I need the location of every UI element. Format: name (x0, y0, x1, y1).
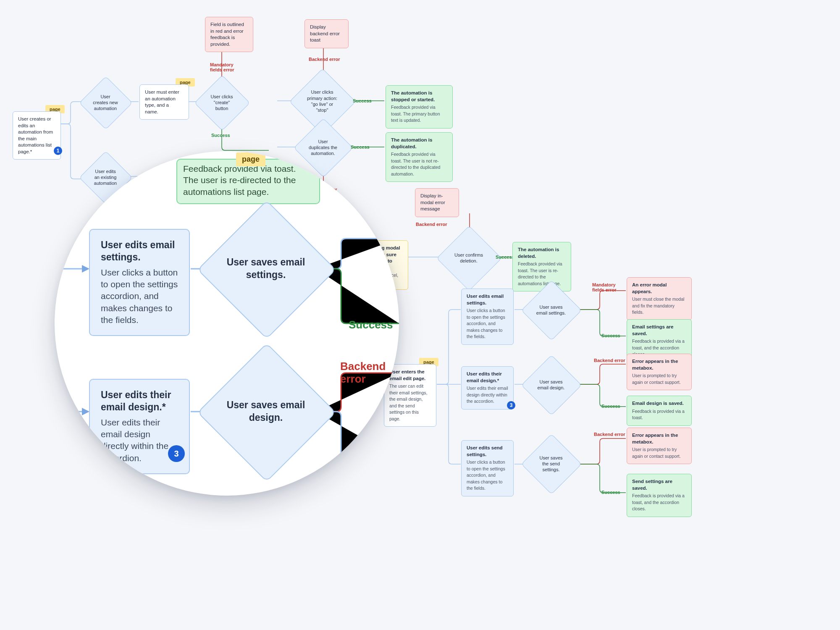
box-must-enter: User must enter an automation type, and … (139, 84, 189, 120)
sub: Feedback provided via toast. The primary… (391, 105, 440, 123)
box-send-saved: Send settings are saved. Feedback is pro… (627, 474, 692, 517)
diamond-primary-action: User clicks primary action: "go live" or… (299, 78, 345, 124)
sub: Feedback provided via toast. The user is… (391, 152, 440, 176)
box-backend-toast: Display backend error toast (304, 19, 349, 48)
lens-badge-3: 3 (168, 445, 185, 462)
text: Field is outlined in red and error feedb… (210, 22, 244, 47)
box-err-metabox2: Error appears in the metabox. User is pr… (627, 428, 692, 464)
box-err-modal: An error modal appears. User must close … (627, 277, 692, 320)
title: Email design is saved. (632, 400, 686, 407)
badge-1: 1 (54, 147, 62, 155)
sub: User is prompted to try again or contact… (632, 447, 681, 459)
box-in-modal-error: Display in-modal error message (415, 188, 459, 217)
text: Display in-modal error message (420, 193, 445, 211)
sub: User edits their email design directly w… (467, 386, 508, 404)
lens-box-edit-email: User edits email settings. User clicks a… (89, 229, 190, 336)
label-success: Success (601, 490, 620, 495)
label-success: Success (496, 255, 514, 260)
label-success: Success (353, 98, 372, 103)
text: User saves email design. (530, 364, 572, 406)
diagram-canvas: page User creates or edits an automation… (0, 0, 840, 630)
sub: User must close the modal and fix the ma… (632, 297, 684, 315)
title: Error appears in the metabox. (632, 432, 686, 445)
diamond-create-new: User creates new automation (87, 84, 124, 121)
sub: Feedback provided via toast. The user is… (518, 261, 562, 286)
sub: User clicks a button to open the setting… (467, 308, 505, 339)
box-duplicated: The automation is duplicated. Feedback p… (386, 132, 453, 182)
text: User creates new automation (87, 84, 124, 121)
label-backend-error: Backend error (594, 358, 625, 363)
title: The automation is deleted. (518, 247, 566, 260)
box-enters-page: User enters the email edit page. The use… (384, 364, 436, 427)
sub: Feedback is provided via a toast. (632, 409, 685, 420)
lens-label-success: Success (349, 318, 393, 331)
label-backend-error: Backend error (594, 432, 625, 437)
label-success: Success (601, 333, 620, 338)
title: An error modal appears. (632, 282, 686, 295)
diamond-saves-email: User saves email settings. (530, 289, 572, 331)
title: Error appears in the metabox. (632, 358, 686, 371)
text: User must enter an automation type, and … (145, 89, 179, 114)
title: User edits their email design.* (467, 371, 508, 384)
box-field-red: Field is outlined in red and error feedb… (205, 17, 253, 52)
lens-diamond-saves-email: User saves email settings. (218, 220, 314, 317)
box-design-saved: Email design is saved. Feedback is provi… (627, 396, 692, 426)
label-mandatory-error: Mandatory fields error (592, 282, 616, 292)
box-edit-design: User edits their email design.* User edi… (461, 366, 514, 410)
text: User clicks "create" button (202, 83, 241, 122)
title: Email settings are saved. (632, 324, 686, 337)
text: User saves email settings. (530, 289, 572, 331)
text: User saves email settings. (218, 220, 314, 317)
label-success: Success (211, 133, 230, 138)
diamond-saves-design: User saves email design. (530, 364, 572, 406)
text: User saves email design. (218, 363, 314, 460)
sub: The user can edit their email settings, … (389, 383, 427, 421)
text: User duplicates the automation. (302, 127, 344, 168)
box-err-metabox: Error appears in the metabox. User is pr… (627, 354, 692, 390)
box-edit-send: User edits send settings. User clicks a … (461, 440, 514, 496)
sub: User clicks a button to open the setting… (467, 459, 505, 491)
diamond-saves-send: User saves the send settings. (530, 443, 572, 485)
text: Display backend error toast (310, 24, 340, 42)
title: The automation is stopped or started. (391, 90, 447, 103)
box-start-stop: The automation is stopped or started. Fe… (386, 85, 453, 129)
text: User confirms deletion. (446, 235, 491, 281)
text: User saves the send settings. (530, 443, 572, 485)
sub: Feedback is provided via a toast, and th… (632, 493, 685, 511)
label-backend-error: Backend error (309, 57, 340, 62)
diamond-click-create: User clicks "create" button (202, 83, 241, 122)
title: Send settings are saved. (632, 478, 686, 491)
text: User creates or edits an automation from… (18, 116, 53, 154)
title: User edits send settings. (467, 445, 508, 458)
title: User edits email settings. (101, 239, 178, 263)
diamond-duplicates: User duplicates the automation. (302, 127, 344, 168)
lens-diamond-saves-design: User saves email design. (218, 363, 314, 460)
text: User clicks primary action: "go live" or… (299, 78, 345, 124)
title: User enters the email edit page. (389, 369, 431, 382)
title: The automation is duplicated. (391, 137, 447, 150)
box-start: User creates or edits an automation from… (13, 111, 61, 160)
label-backend-error: Backend error (416, 222, 447, 227)
title: User edits email settings. (467, 293, 508, 306)
diamond-confirms-deletion: User confirms deletion. (446, 235, 491, 281)
badge-3: 3 (507, 401, 515, 410)
sub: User clicks a button to open the setting… (101, 267, 178, 326)
box-edit-email: User edits email settings. User clicks a… (461, 289, 514, 345)
sub: User is prompted to try again or contact… (632, 373, 681, 385)
box-deleted: The automation is deleted. Feedback prov… (512, 242, 571, 291)
label-success: Success (601, 404, 620, 409)
title: User edits their email design.* (101, 389, 178, 413)
label-success: Success (351, 144, 370, 150)
magnifier-lens: ess Feedback provided via toast. The use… (55, 151, 399, 496)
label-mandatory-error: Mandatory fields error (210, 62, 234, 72)
